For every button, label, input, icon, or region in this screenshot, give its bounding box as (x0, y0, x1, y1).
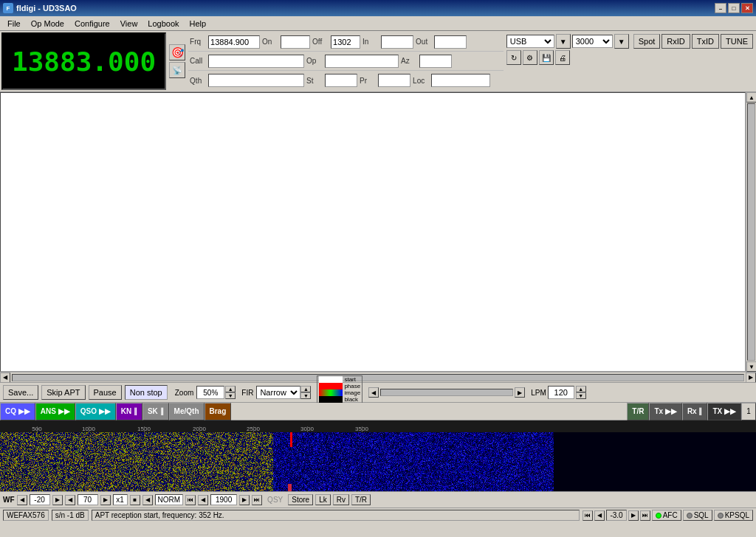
in-input[interactable] (381, 35, 413, 49)
save-icon[interactable]: 💾 (539, 50, 554, 65)
macro-rx[interactable]: Rx ‖ (682, 403, 708, 420)
call-input[interactable] (208, 55, 304, 68)
macro-tr[interactable]: T/R (627, 403, 649, 420)
mode-dropdown-icon[interactable]: ▼ (556, 34, 571, 49)
freq-value: 1900 (210, 494, 237, 505)
wf-left-btn[interactable]: ◀ (17, 495, 27, 505)
op-input[interactable] (325, 55, 399, 68)
out-input[interactable] (434, 35, 467, 49)
pr-input[interactable] (378, 74, 410, 87)
txid-button[interactable]: TxID (692, 34, 719, 49)
menu-logbook[interactable]: Logbook (143, 18, 183, 30)
macro-qso[interactable]: QSO ▶▶ (75, 403, 116, 420)
status-back-btn[interactable]: ◀ (594, 510, 605, 521)
on-input[interactable] (281, 35, 310, 49)
macro-txonly[interactable]: TX ▶▶ (707, 403, 741, 420)
wf-scroll-track[interactable] (380, 389, 513, 396)
op-label: Op (306, 57, 323, 65)
store-button[interactable]: Store (288, 494, 313, 505)
wf-right2-btn[interactable]: ▶ (100, 495, 111, 505)
loc-input[interactable] (431, 74, 490, 87)
play-left-btn[interactable]: ◀ (142, 495, 153, 505)
status-left-btn[interactable]: ⏮ (583, 510, 593, 521)
wf-left2-btn[interactable]: ◀ (65, 495, 75, 505)
status-fwd2-btn[interactable]: ⏭ (640, 510, 650, 521)
close-button[interactable]: ✕ (741, 3, 753, 13)
sql-button[interactable]: SQL (683, 510, 712, 521)
az-input[interactable] (419, 55, 452, 68)
wf-scroll-right[interactable]: ▶ (515, 387, 525, 398)
bw-dropdown-icon[interactable]: ▼ (614, 34, 629, 49)
h-scroll-track[interactable] (12, 374, 744, 381)
fir-select[interactable]: Narrow (256, 386, 300, 399)
menu-help[interactable]: Help (185, 18, 211, 30)
zoom-down-arrow[interactable]: ▼ (225, 392, 236, 399)
status-fwd-btn[interactable]: ▶ (628, 510, 639, 521)
scroll-track[interactable] (747, 103, 755, 361)
play-fwd-btn[interactable]: ▶ (239, 495, 250, 505)
restore-button[interactable]: □ (728, 3, 740, 13)
rxid-button[interactable]: RxID (662, 34, 690, 49)
apt-black-color (319, 396, 343, 403)
zoom-up-arrow[interactable]: ▲ (225, 386, 236, 392)
scale-line-1000 (89, 426, 89, 432)
lk-button[interactable]: Lk (315, 494, 331, 505)
lpm-up-arrow[interactable]: ▲ (576, 386, 586, 392)
st-input[interactable] (325, 74, 357, 87)
mode-select[interactable]: USB (506, 35, 554, 48)
skip-apt-button[interactable]: Skip APT (41, 385, 85, 400)
wf-right-btn[interactable]: ▶ (52, 495, 63, 505)
minimize-button[interactable]: – (715, 3, 726, 13)
scroll-left-arrow[interactable]: ◀ (0, 373, 10, 383)
fir-down-arrow[interactable]: ▼ (300, 392, 311, 399)
frq-input[interactable] (208, 35, 260, 49)
rv-button[interactable]: Rv (333, 494, 349, 505)
refresh-icon[interactable]: ↻ (506, 50, 521, 65)
play-fwd2-btn[interactable]: ⏭ (252, 495, 262, 505)
play-back-btn[interactable]: ⏮ (185, 495, 196, 505)
off-input[interactable] (331, 35, 360, 49)
macro-number[interactable]: 1 (741, 403, 756, 420)
menu-configure[interactable]: Configure (70, 18, 114, 30)
status-db: -3.0 (606, 510, 626, 521)
waterfall-display[interactable] (0, 432, 756, 491)
stop-btn[interactable]: ■ (130, 495, 140, 505)
macro-kn[interactable]: KN ‖ (116, 403, 142, 420)
config-icon[interactable]: ⚙ (523, 50, 537, 65)
play-back2-btn[interactable]: ◀ (198, 495, 208, 505)
kpsql-button[interactable]: KPSQL (714, 510, 753, 521)
save-button[interactable]: Save... (3, 385, 38, 400)
lpm-input[interactable] (548, 386, 574, 399)
bandwidth-select[interactable]: 3000 (572, 35, 613, 48)
qth-input[interactable] (208, 74, 304, 87)
tr-button[interactable]: T/R (351, 494, 371, 505)
macro-cq[interactable]: CQ ▶▶ (0, 403, 35, 420)
wf-scroll-left[interactable]: ◀ (368, 387, 379, 398)
spot-button[interactable]: Spot (633, 34, 661, 49)
scale-line-3500 (362, 426, 362, 432)
scale-line-3000 (307, 426, 308, 432)
main-text-area[interactable] (0, 92, 746, 372)
macro-ans[interactable]: ANS ▶▶ (35, 403, 75, 420)
tune-button[interactable]: TUNE (721, 34, 753, 49)
menu-file[interactable]: File (3, 18, 25, 30)
scroll-right-arrow[interactable]: ▶ (746, 373, 756, 383)
menu-view[interactable]: View (116, 18, 142, 30)
print-icon[interactable]: 🖨 (555, 50, 570, 65)
callsign-icon[interactable]: 📡 (169, 62, 185, 78)
zoom-input[interactable] (196, 386, 224, 399)
afc-button[interactable]: AFC (652, 510, 681, 521)
macro-sk[interactable]: SK ‖ (142, 403, 169, 420)
scroll-up-arrow[interactable]: ▲ (746, 92, 756, 103)
freq-tune-icon[interactable]: 🎯 (169, 44, 185, 60)
pause-button[interactable]: Pause (89, 385, 122, 400)
fir-up-arrow[interactable]: ▲ (300, 386, 311, 392)
scroll-down-arrow[interactable]: ▼ (746, 361, 756, 372)
header-area: 13883.000 🎯 📡 Frq On Off In Out (0, 31, 756, 92)
non-stop-button[interactable]: Non stop (125, 385, 168, 400)
macro-tx[interactable]: Tx ▶▶ (649, 403, 681, 420)
macro-meqth[interactable]: Me/Qth (169, 403, 205, 420)
lpm-down-arrow[interactable]: ▼ (576, 392, 586, 399)
macro-brag[interactable]: Brag (205, 403, 232, 420)
menu-opmode[interactable]: Op Mode (27, 18, 69, 30)
